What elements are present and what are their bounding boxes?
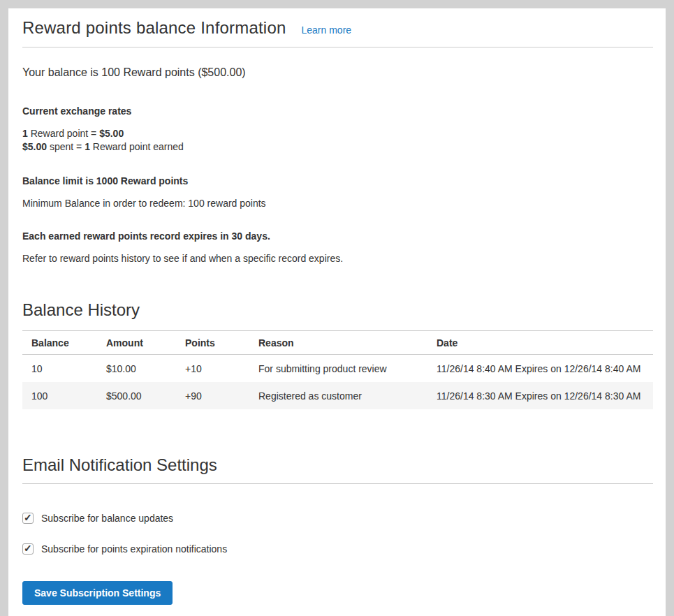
column-header-amount: Amount [97,331,176,355]
cell-balance: 10 [22,355,97,383]
exchange-rates-heading: Current exchange rates [22,105,653,117]
exchange-rate-line-1: 1 Reward point = $5.00 [22,127,653,140]
expiration-note: Each earned reward points record expires… [22,230,653,242]
save-subscription-settings-button[interactable]: Save Subscription Settings [22,581,173,605]
points-expiration-option[interactable]: Subscribe for points expiration notifica… [22,543,653,555]
column-header-date: Date [427,331,653,355]
column-header-balance: Balance [22,331,97,355]
checkbox-label[interactable]: Subscribe for balance updates [41,513,173,524]
panel-header: Reward points balance Information Learn … [22,18,653,38]
cell-amount: $500.00 [97,382,176,409]
page-title: Reward points balance Information [22,18,286,38]
balance-history-heading: Balance History [22,300,653,320]
exchange-rate-line-2: $5.00 spent = 1 Reward point earned [22,140,653,154]
cell-date: 11/26/14 8:30 AM Expires on 12/26/14 8:3… [427,382,653,409]
column-header-reason: Reason [249,331,427,355]
balance-summary: Your balance is 100 Reward points ($500.… [22,66,653,79]
cell-balance: 100 [22,382,97,409]
learn-more-link[interactable]: Learn more [301,24,351,36]
balance-history-table: Balance Amount Points Reason Date 10 $10… [22,330,653,409]
balance-updates-option[interactable]: Subscribe for balance updates [22,513,653,524]
divider [22,47,653,47]
cell-date: 11/26/14 8:40 AM Expires on 12/26/14 8:4… [427,355,653,383]
cell-reason: Registered as customer [249,382,427,409]
points-expiration-checkbox[interactable] [22,543,34,555]
checkbox-label[interactable]: Subscribe for points expiration notifica… [41,543,227,555]
divider [22,483,653,484]
minimum-balance-note: Minimum Balance in order to redeem: 100 … [22,198,653,209]
column-header-points: Points [176,331,249,355]
reward-points-panel: Reward points balance Information Learn … [8,8,666,616]
cell-amount: $10.00 [97,355,176,383]
exchange-rate-lines: 1 Reward point = $5.00 $5.00 spent = 1 R… [22,127,653,154]
table-row: 100 $500.00 +90 Registered as customer 1… [22,382,653,409]
cell-reason: For submitting product review [249,355,427,383]
table-header: Balance Amount Points Reason Date [22,331,653,355]
balance-updates-checkbox[interactable] [22,513,34,524]
cell-points: +10 [176,355,249,383]
balance-limit-note: Balance limit is 1000 Reward points [22,175,653,186]
expiration-hint: Refer to reward points history to see if… [22,253,653,264]
table-row: 10 $10.00 +10 For submitting product rev… [22,355,653,383]
email-settings-heading: Email Notification Settings [22,455,653,475]
cell-points: +90 [176,382,249,409]
